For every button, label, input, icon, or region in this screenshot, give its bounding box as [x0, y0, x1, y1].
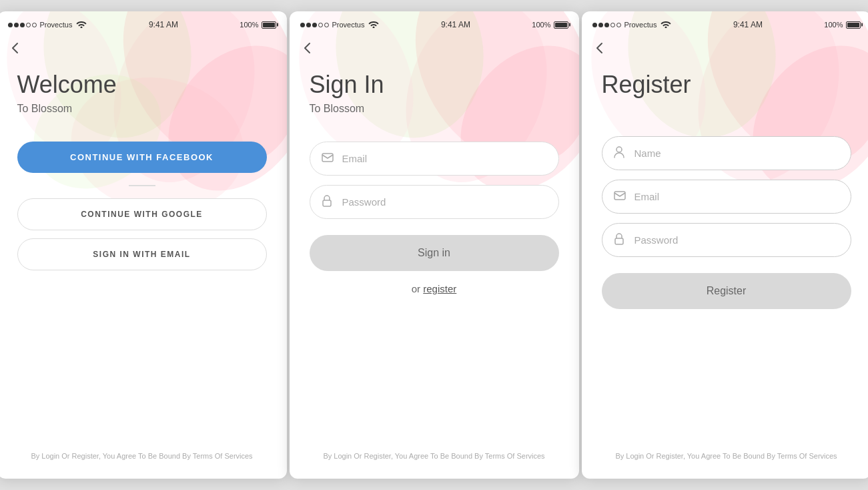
signal-dots: [8, 23, 37, 27]
signal-dot-4: [26, 23, 31, 27]
battery-body-register: [846, 21, 861, 29]
reg-email-input[interactable]: [602, 180, 851, 214]
google-button[interactable]: CONTINUE WITH GOOGLE: [17, 198, 267, 230]
signal-dot-2: [598, 23, 603, 27]
screen-subtitle: To Blossom: [17, 103, 267, 115]
battery-percent-signin: 100%: [532, 21, 550, 29]
welcome-content: Welcome To Blossom CONTINUE WITH FACEBOO…: [0, 64, 287, 479]
back-button[interactable]: [0, 35, 287, 64]
status-right: 100%: [240, 21, 276, 29]
name-input-group: [602, 136, 851, 170]
name-input[interactable]: [602, 136, 851, 170]
signal-dot-1: [8, 23, 13, 27]
battery-body-signin: [554, 21, 568, 29]
time-display-signin: 9:41 AM: [441, 20, 470, 29]
status-left-signin: Provectus: [300, 20, 380, 29]
email-button[interactable]: SIGN IN WITH EMAIL: [17, 238, 267, 270]
wifi-icon-signin: [368, 20, 379, 29]
signal-dot-1: [300, 23, 305, 27]
signin-title: Sign In: [310, 71, 559, 99]
carrier-label-register: Provectus: [624, 21, 657, 29]
carrier-label-signin: Provectus: [332, 21, 365, 29]
battery-fill-register: [847, 23, 859, 27]
status-bar-signin: Provectus 9:41 AM 100%: [290, 11, 579, 35]
signal-dot-4: [318, 23, 323, 27]
divider: [129, 185, 155, 186]
battery-body: [262, 21, 276, 29]
signal-dot-3: [20, 23, 25, 27]
battery-icon: [262, 21, 276, 29]
terms-text-register: By Login Or Register, You Agree To Be Bo…: [602, 444, 851, 463]
status-bar: Provectus 9:41 AM 100%: [0, 11, 287, 35]
signal-dots-register: [592, 23, 621, 27]
battery-percent-register: 100%: [824, 21, 843, 29]
terms-text: By Login Or Register, You Agree To Be Bo…: [17, 444, 267, 463]
status-right-signin: 100%: [532, 21, 568, 29]
signal-dot-2: [306, 23, 311, 27]
battery-fill-signin: [555, 23, 567, 27]
facebook-button[interactable]: CONTINUE WITH FACEBOOK: [17, 142, 267, 173]
signal-dots-signin: [300, 23, 329, 27]
signal-dot-3: [312, 23, 317, 27]
reg-lock-icon: [614, 233, 624, 248]
email-input-group: [310, 142, 559, 176]
back-button-signin[interactable]: [290, 35, 579, 64]
signal-dot-5: [324, 23, 329, 27]
signal-dot-2: [14, 23, 19, 27]
or-text: or: [412, 283, 420, 294]
lock-icon: [322, 195, 332, 210]
email-icon: [322, 153, 334, 165]
wifi-icon-register: [661, 20, 671, 29]
signal-dot-3: [604, 23, 609, 27]
register-content: Register: [582, 64, 869, 479]
svg-rect-12: [322, 154, 333, 162]
battery-fill: [263, 23, 275, 27]
carrier-label: Provectus: [40, 21, 73, 29]
password-input[interactable]: [310, 185, 559, 219]
back-button-register[interactable]: [582, 35, 869, 64]
signin-subtitle: To Blossom: [310, 103, 559, 115]
signin-content: Sign In To Blossom: [290, 64, 579, 479]
register-title: Register: [602, 71, 851, 99]
status-right-register: 100%: [824, 21, 860, 29]
svg-rect-13: [323, 200, 331, 206]
svg-rect-21: [615, 238, 623, 244]
register-button[interactable]: Register: [602, 273, 851, 309]
time-display-register: 9:41 AM: [733, 20, 763, 29]
signin-button[interactable]: Sign in: [310, 235, 559, 271]
reg-password-input-group: [602, 223, 851, 257]
signal-dot-5: [616, 23, 621, 27]
time-display: 9:41 AM: [149, 20, 178, 29]
signal-dot-1: [592, 23, 597, 27]
status-bar-register: Provectus 9:41 AM 100%: [582, 11, 869, 35]
reg-email-input-group: [602, 180, 851, 214]
svg-point-19: [616, 147, 622, 152]
status-left-register: Provectus: [592, 20, 672, 29]
battery-percent: 100%: [240, 21, 258, 29]
or-register-text: or register: [310, 283, 559, 294]
reg-email-icon: [614, 191, 626, 203]
register-link[interactable]: register: [423, 283, 456, 294]
status-left: Provectus: [8, 20, 87, 29]
password-input-group: [310, 185, 559, 219]
signin-screen: Provectus 9:41 AM 100%: [290, 11, 579, 479]
register-screen: Provectus 9:41 AM 100%: [582, 11, 869, 479]
welcome-screen: Provectus 9:41 AM 100%: [0, 11, 287, 479]
signal-dot-4: [610, 23, 615, 27]
wifi-icon: [76, 20, 87, 29]
terms-text-signin: By Login Or Register, You Agree To Be Bo…: [310, 444, 559, 463]
battery-icon-signin: [554, 21, 568, 29]
signal-dot-5: [32, 23, 37, 27]
person-icon: [614, 146, 624, 161]
screens-container: Provectus 9:41 AM 100%: [0, 11, 868, 479]
email-input[interactable]: [310, 142, 559, 176]
battery-icon-register: [846, 21, 861, 29]
svg-rect-20: [614, 192, 625, 200]
reg-password-input[interactable]: [602, 223, 851, 257]
screen-title: Welcome: [17, 71, 267, 99]
